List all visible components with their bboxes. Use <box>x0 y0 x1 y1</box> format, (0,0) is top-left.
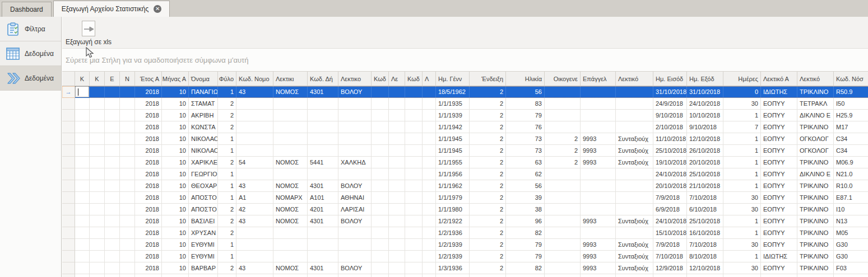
grid-cell[interactable]: 2 <box>470 133 506 145</box>
grid-cell[interactable] <box>90 192 105 204</box>
grid-cell[interactable]: 9993 <box>581 251 616 262</box>
grid-cell[interactable]: 63 <box>506 157 545 168</box>
grid-cell[interactable]: 8/10/2018 <box>687 251 723 262</box>
column-header[interactable]: Μήνας Α <box>162 72 189 86</box>
grid-cell[interactable] <box>105 121 120 133</box>
grid-cell[interactable]: M17 <box>834 121 868 133</box>
grid-cell[interactable]: E87.1 <box>834 192 868 204</box>
grid-cell[interactable]: 1/1/1942 <box>436 121 470 133</box>
grid-cell[interactable]: ΑΚΡΙΒΗ <box>189 110 218 121</box>
grid-cell[interactable]: 21/10/2018 <box>687 180 723 192</box>
grid-cell[interactable] <box>308 251 338 262</box>
grid-cell[interactable]: ΕΟΠΥΥ <box>761 215 797 227</box>
grid-cell[interactable] <box>120 157 135 168</box>
column-header[interactable]: Ένδειξη <box>470 72 506 86</box>
grid-cell[interactable] <box>105 157 120 168</box>
grid-cell[interactable]: ΝΟΜΑΡΧ <box>273 192 308 204</box>
grid-cell[interactable]: 79 <box>506 251 545 262</box>
grid-cell[interactable] <box>120 192 135 204</box>
grid-cell[interactable] <box>389 157 405 168</box>
column-header[interactable]: Όνομα <box>189 72 218 86</box>
grid-cell[interactable] <box>423 239 436 251</box>
table-row[interactable]: →201810ΠΑΝΑΓΙΩ143ΝΟΜΟΣ4301ΒΟΛΟΥ18/5/1962… <box>62 86 868 98</box>
column-header[interactable]: Κωδ <box>372 72 389 86</box>
grid-cell[interactable] <box>90 204 105 215</box>
grid-cell[interactable] <box>90 168 105 180</box>
grid-cell[interactable]: 2 <box>470 145 506 157</box>
grid-cell[interactable]: 24/10/2018 <box>653 168 687 180</box>
grid-cell[interactable]: 73 <box>506 133 545 145</box>
grid-cell[interactable]: 1 <box>723 251 761 262</box>
grid-cell[interactable]: 2018 <box>135 262 162 274</box>
grid-cell[interactable]: ΤΡΙΚΛΙΝΟ <box>797 121 834 133</box>
grid-cell[interactable]: 9993 <box>581 215 616 227</box>
grid-cell[interactable]: 1 <box>723 180 761 192</box>
grid-cell[interactable]: 96 <box>506 215 545 227</box>
grid-cell[interactable]: A1 <box>236 192 273 204</box>
column-header[interactable]: Κωδ. Δή <box>308 72 338 86</box>
table-row[interactable]: 201810ΓΕΩΡΓΙΟ11/1/195626224/10/201825/10… <box>62 168 868 180</box>
grid-cell[interactable] <box>90 251 105 262</box>
grid-cell[interactable]: 10 <box>162 204 189 215</box>
grid-cell[interactable] <box>405 215 423 227</box>
grid-cell[interactable] <box>423 110 436 121</box>
grid-cell[interactable]: 42 <box>236 204 273 215</box>
grid-cell[interactable] <box>372 145 389 157</box>
table-row[interactable]: 201810ΧΡΥΣΑΝ21/2/193628215/10/201816/10/… <box>62 227 868 239</box>
grid-cell[interactable]: 0 <box>723 86 761 98</box>
grid-cell[interactable] <box>372 192 389 204</box>
grid-cell[interactable]: 10 <box>162 121 189 133</box>
grid-cell[interactable]: ΒΟΛΟΥ <box>338 86 372 98</box>
grid-cell[interactable]: 76 <box>506 121 545 133</box>
grid-cell[interactable]: 30 <box>723 98 761 110</box>
grid-cell[interactable] <box>372 110 389 121</box>
grid-cell[interactable] <box>273 121 308 133</box>
grid-cell[interactable]: 10 <box>162 180 189 192</box>
column-header[interactable]: Λεκτικι <box>273 72 308 86</box>
grid-cell[interactable] <box>372 98 389 110</box>
grid-cell[interactable]: 10 <box>162 86 189 98</box>
grid-cell[interactable]: ΟΓΚΟΛΟΓ <box>797 145 834 157</box>
grid-cell[interactable] <box>423 192 436 204</box>
grid-cell[interactable] <box>75 262 90 274</box>
grid-cell[interactable]: ΠΑΝΑΓΙΩ <box>189 86 218 98</box>
grid-cell[interactable]: ΟΓΚΟΛΟΓ <box>797 133 834 145</box>
grid-cell[interactable]: 4301 <box>308 262 338 274</box>
grid-cell[interactable]: 31/10/2018 <box>687 86 723 98</box>
grid-cell[interactable]: 2 <box>470 215 506 227</box>
grid-cell[interactable] <box>90 121 105 133</box>
grid-cell[interactable]: G30 <box>834 251 868 262</box>
grid-cell[interactable]: 6/9/2018 <box>653 204 687 215</box>
grid-cell[interactable]: ΕΟΠΥΥ <box>761 204 797 215</box>
grid-cell[interactable] <box>372 262 389 274</box>
grid-cell[interactable]: 11/10/2018 <box>653 133 687 145</box>
grid-cell[interactable]: A101 <box>308 192 338 204</box>
grid-cell[interactable]: 10 <box>162 262 189 274</box>
grid-cell[interactable]: 1 <box>218 133 236 145</box>
grid-cell[interactable]: N13 <box>834 215 868 227</box>
grid-cell[interactable]: ΔΙΚΛΙΝΟ Ε <box>797 110 834 121</box>
column-header[interactable]: Λεκτικο <box>338 72 372 86</box>
grid-cell[interactable] <box>423 204 436 215</box>
grid-cell[interactable]: 4301 <box>308 215 338 227</box>
grid-cell[interactable]: R10.0 <box>834 180 868 192</box>
grid-cell[interactable] <box>545 239 581 251</box>
grid-cell[interactable] <box>389 180 405 192</box>
grid-cell[interactable] <box>236 227 273 239</box>
grid-cell[interactable] <box>90 227 105 239</box>
grid-cell[interactable]: F03 <box>834 262 868 274</box>
column-header[interactable]: Οικογενε <box>545 72 581 86</box>
grid-cell[interactable]: 2 <box>218 157 236 168</box>
grid-cell[interactable]: 9993 <box>581 145 616 157</box>
grid-cell[interactable] <box>581 110 616 121</box>
grid-cell[interactable]: 1 <box>218 251 236 262</box>
grid-cell[interactable] <box>75 121 90 133</box>
column-header[interactable]: Κωδ. Νομο <box>236 72 273 86</box>
grid-cell[interactable] <box>75 110 90 121</box>
grid-cell[interactable]: 1/3/1936 <box>436 262 470 274</box>
grid-cell[interactable] <box>90 86 105 98</box>
grid-cell[interactable] <box>120 168 135 180</box>
grid-cell[interactable]: 9993 <box>581 239 616 251</box>
grid-cell[interactable]: 20/10/2018 <box>653 180 687 192</box>
grid-cell[interactable] <box>372 251 389 262</box>
